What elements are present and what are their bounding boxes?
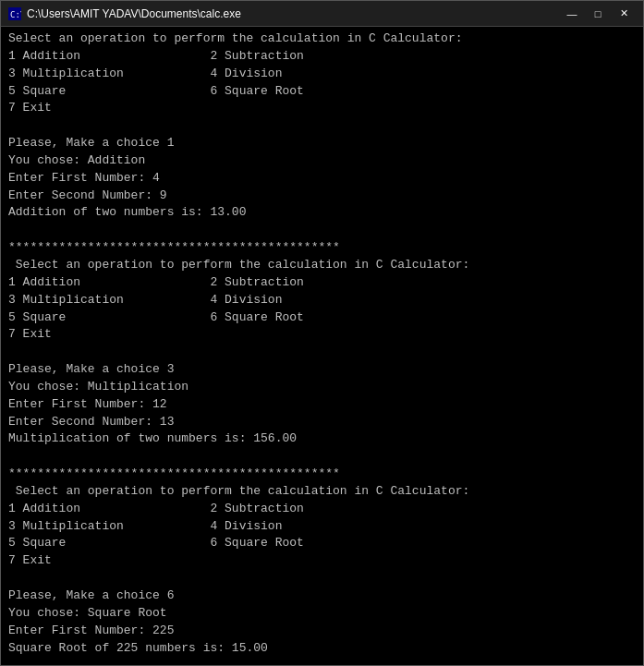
cmd-icon: C:\ bbox=[8, 7, 21, 20]
close-button[interactable]: ✕ bbox=[612, 5, 636, 23]
cmd-window: C:\ C:\Users\AMIT YADAV\Documents\calc.e… bbox=[0, 0, 644, 666]
maximize-button[interactable]: □ bbox=[586, 5, 610, 23]
title-bar-controls: — □ ✕ bbox=[560, 5, 636, 23]
title-bar-left: C:\ C:\Users\AMIT YADAV\Documents\calc.e… bbox=[8, 7, 241, 20]
terminal-content: Select an operation to perform the calcu… bbox=[1, 27, 643, 665]
minimize-button[interactable]: — bbox=[560, 5, 584, 23]
svg-text:C:\: C:\ bbox=[10, 10, 21, 19]
title-bar-text: C:\Users\AMIT YADAV\Documents\calc.exe bbox=[27, 7, 241, 20]
title-bar: C:\ C:\Users\AMIT YADAV\Documents\calc.e… bbox=[1, 1, 643, 27]
